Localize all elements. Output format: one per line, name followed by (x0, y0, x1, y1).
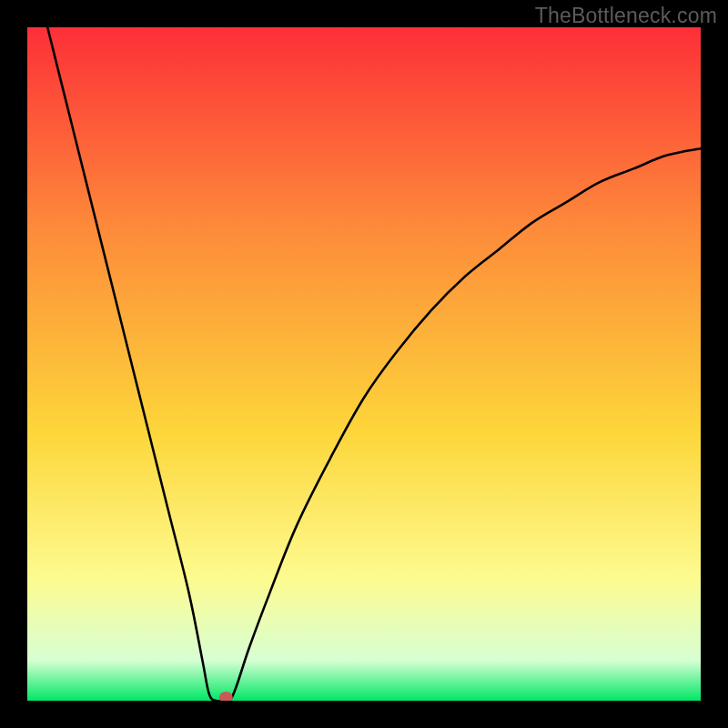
chart-frame: { "watermark": "TheBottleneck.com", "col… (0, 0, 728, 728)
watermark-text: TheBottleneck.com (535, 4, 717, 28)
chart-background (27, 27, 701, 701)
bottleneck-chart (27, 27, 701, 701)
